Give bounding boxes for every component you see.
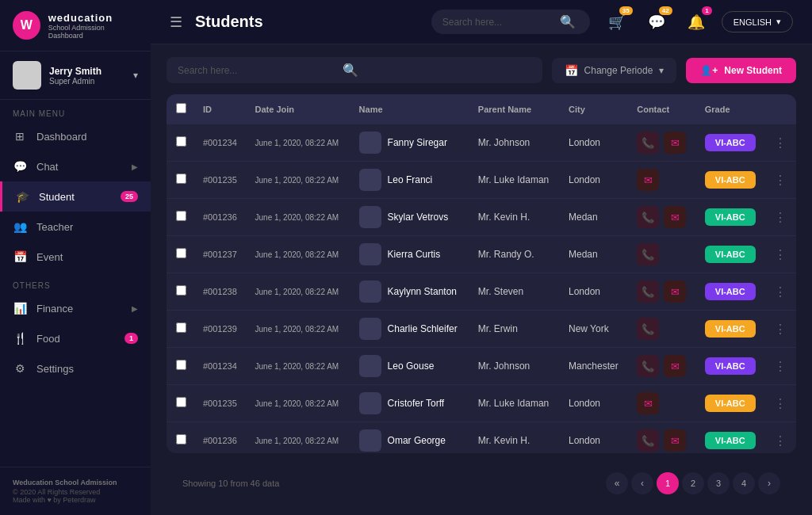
more-icon[interactable]: ⋮ xyxy=(774,136,787,150)
mail-icon[interactable]: ✉ xyxy=(664,280,686,303)
row-checkbox[interactable] xyxy=(176,211,186,221)
sidebar-item-settings[interactable]: ⚙ Settings xyxy=(0,353,151,383)
table-row: #001234 June 1, 2020, 08:22 AM Fanny Sir… xyxy=(167,124,796,162)
mail-icon[interactable]: ✉ xyxy=(637,169,659,191)
student-avatar xyxy=(359,318,381,340)
col-contact: Contact xyxy=(629,94,697,124)
student-name: Skylar Vetrovs xyxy=(388,212,449,223)
new-student-button[interactable]: 👤+ New Student xyxy=(686,58,796,83)
header-search-input[interactable] xyxy=(442,17,553,28)
row-checkbox[interactable] xyxy=(176,136,186,147)
select-all-header[interactable] xyxy=(167,94,195,124)
grade-badge: VI-ABC xyxy=(705,171,756,189)
page-3-button[interactable]: 3 xyxy=(707,472,730,494)
sidebar-item-student[interactable]: 🎓 Student 25 xyxy=(0,181,151,212)
page-title: Students xyxy=(195,13,419,31)
col-actions xyxy=(766,94,796,124)
pagination: « ‹ 1 2 3 4 › xyxy=(606,472,780,494)
avatar xyxy=(13,61,41,90)
cart-icon-btn[interactable]: 🛒 35 xyxy=(603,8,631,36)
sidebar-item-label: Food xyxy=(36,333,60,345)
row-city: London xyxy=(561,124,629,162)
row-checkbox-cell[interactable] xyxy=(167,236,195,273)
sidebar-item-label: Student xyxy=(39,191,75,203)
row-checkbox-cell[interactable] xyxy=(167,348,195,385)
row-checkbox[interactable] xyxy=(176,174,186,184)
row-more[interactable]: ⋮ xyxy=(766,273,796,311)
grade-badge: VI-ABC xyxy=(705,134,756,151)
mail-icon[interactable]: ✉ xyxy=(664,429,686,452)
student-name: Cristofer Torff xyxy=(388,398,445,409)
row-checkbox[interactable] xyxy=(176,322,186,333)
row-more[interactable]: ⋮ xyxy=(766,236,796,273)
header-search[interactable]: 🔍 xyxy=(431,10,590,34)
phone-icon[interactable]: 📞 xyxy=(637,355,659,377)
row-checkbox-cell[interactable] xyxy=(167,162,195,199)
bell-icon-btn[interactable]: 🔔 1 xyxy=(682,8,710,36)
select-all-checkbox[interactable] xyxy=(176,103,186,113)
row-more[interactable]: ⋮ xyxy=(766,385,796,422)
language-button[interactable]: ENGLISH ▾ xyxy=(722,11,793,32)
row-more[interactable]: ⋮ xyxy=(766,348,796,385)
row-checkbox-cell[interactable] xyxy=(167,199,195,236)
sidebar-item-finance[interactable]: 📊 Finance ▶ xyxy=(0,293,151,323)
phone-icon[interactable]: 📞 xyxy=(637,132,659,154)
mail-icon[interactable]: ✉ xyxy=(664,206,686,228)
more-icon[interactable]: ⋮ xyxy=(774,285,787,299)
first-page-button[interactable]: « xyxy=(606,472,628,494)
row-name-cell: Charlie Schleifer xyxy=(351,311,470,348)
sidebar-item-teacher[interactable]: 👥 Teacher xyxy=(0,212,151,242)
row-name-cell: Leo Gouse xyxy=(351,348,470,385)
row-checkbox-cell[interactable] xyxy=(167,124,195,162)
row-checkbox[interactable] xyxy=(176,360,186,370)
row-more[interactable]: ⋮ xyxy=(766,162,796,199)
table-search[interactable]: 🔍 xyxy=(167,57,542,83)
arrow-right-icon: ▶ xyxy=(132,304,138,313)
sidebar-item-food[interactable]: 🍴 Food 1 xyxy=(0,323,151,353)
phone-icon[interactable]: 📞 xyxy=(637,429,659,452)
page-2-button[interactable]: 2 xyxy=(682,472,704,494)
row-checkbox-cell[interactable] xyxy=(167,422,195,454)
sidebar-item-dashboard[interactable]: ⊞ Dashboard xyxy=(0,121,151,151)
row-checkbox[interactable] xyxy=(176,285,186,296)
mail-icon[interactable]: ✉ xyxy=(664,132,686,154)
more-icon[interactable]: ⋮ xyxy=(774,397,787,410)
row-checkbox[interactable] xyxy=(176,397,186,407)
sidebar-user[interactable]: Jerry Smith Super Admin ▾ xyxy=(0,52,151,100)
row-grade: VI-ABC xyxy=(697,162,767,199)
table-row: #001239 June 1, 2020, 08:22 AM Charlie S… xyxy=(167,311,796,348)
phone-icon[interactable]: 📞 xyxy=(637,280,659,303)
phone-icon[interactable]: 📞 xyxy=(637,206,659,228)
row-checkbox[interactable] xyxy=(176,434,186,444)
row-checkbox-cell[interactable] xyxy=(167,311,195,348)
next-page-button[interactable]: › xyxy=(758,472,780,494)
page-1-button[interactable]: 1 xyxy=(657,472,679,494)
hamburger-icon[interactable]: ☰ xyxy=(170,13,182,31)
more-icon[interactable]: ⋮ xyxy=(774,174,787,187)
page-4-button[interactable]: 4 xyxy=(733,472,755,494)
sidebar: W weducation School Admission Dashboard … xyxy=(0,0,151,515)
chat-icon-btn[interactable]: 💬 42 xyxy=(642,8,671,36)
row-more[interactable]: ⋮ xyxy=(766,199,796,236)
more-icon[interactable]: ⋮ xyxy=(774,248,787,261)
change-period-button[interactable]: 📅 Change Periode ▾ xyxy=(552,58,677,83)
more-icon[interactable]: ⋮ xyxy=(774,322,787,336)
sidebar-footer: Weducation School Admission © 2020 All R… xyxy=(0,467,151,515)
more-icon[interactable]: ⋮ xyxy=(774,434,787,448)
row-checkbox-cell[interactable] xyxy=(167,385,195,422)
row-more[interactable]: ⋮ xyxy=(766,311,796,348)
table-search-input[interactable] xyxy=(178,65,336,76)
phone-icon[interactable]: 📞 xyxy=(637,243,659,265)
row-checkbox-cell[interactable] xyxy=(167,273,195,311)
sidebar-item-chat[interactable]: 💬 Chat ▶ xyxy=(0,151,151,181)
phone-icon[interactable]: 📞 xyxy=(637,318,659,340)
more-icon[interactable]: ⋮ xyxy=(774,360,787,373)
sidebar-item-event[interactable]: 📅 Event xyxy=(0,242,151,272)
prev-page-button[interactable]: ‹ xyxy=(631,472,653,494)
mail-icon[interactable]: ✉ xyxy=(664,355,686,377)
row-checkbox[interactable] xyxy=(176,248,186,258)
row-more[interactable]: ⋮ xyxy=(766,124,796,162)
row-more[interactable]: ⋮ xyxy=(766,422,796,454)
mail-icon[interactable]: ✉ xyxy=(637,392,659,414)
more-icon[interactable]: ⋮ xyxy=(774,211,787,224)
